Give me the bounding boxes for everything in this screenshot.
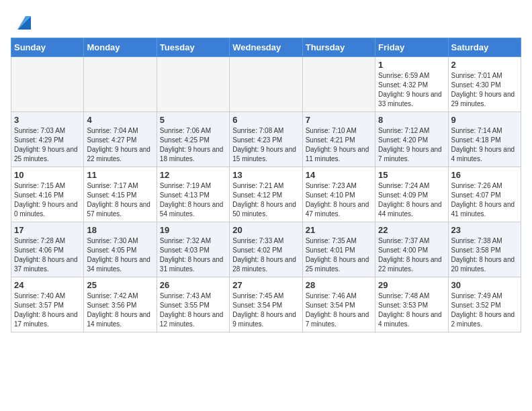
calendar-day-cell: 28Sunrise: 7:46 AM Sunset: 3:54 PM Dayli… [302, 277, 375, 332]
page-header [11, 11, 521, 32]
day-detail: Sunrise: 7:28 AM Sunset: 4:06 PM Dayligh… [14, 236, 81, 274]
day-detail: Sunrise: 7:40 AM Sunset: 3:57 PM Dayligh… [14, 291, 81, 329]
day-number: 26 [160, 280, 226, 290]
calendar-day-cell: 25Sunrise: 7:42 AM Sunset: 3:56 PM Dayli… [84, 277, 157, 332]
calendar-day-cell: 18Sunrise: 7:30 AM Sunset: 4:05 PM Dayli… [84, 222, 157, 277]
day-detail: Sunrise: 7:06 AM Sunset: 4:25 PM Dayligh… [160, 126, 226, 164]
day-number: 25 [87, 280, 153, 290]
day-number: 12 [160, 170, 226, 180]
calendar-day-cell [302, 57, 375, 112]
logo-icon [12, 11, 34, 32]
calendar-week-row: 17Sunrise: 7:28 AM Sunset: 4:06 PM Dayli… [11, 222, 521, 277]
calendar-day-cell [11, 57, 84, 112]
weekday-header: Sunday [11, 38, 84, 57]
calendar-day-cell: 23Sunrise: 7:38 AM Sunset: 3:58 PM Dayli… [448, 222, 521, 277]
day-number: 20 [232, 225, 299, 235]
calendar-day-cell: 30Sunrise: 7:49 AM Sunset: 3:52 PM Dayli… [448, 277, 521, 332]
day-detail: Sunrise: 7:12 AM Sunset: 4:20 PM Dayligh… [378, 126, 445, 164]
calendar-week-row: 3Sunrise: 7:03 AM Sunset: 4:29 PM Daylig… [11, 112, 521, 167]
day-number: 5 [160, 115, 226, 125]
day-number: 8 [378, 115, 445, 125]
weekday-header: Monday [84, 38, 157, 57]
day-detail: Sunrise: 7:33 AM Sunset: 4:02 PM Dayligh… [232, 236, 299, 274]
calendar-day-cell: 4Sunrise: 7:04 AM Sunset: 4:27 PM Daylig… [84, 112, 157, 167]
calendar-day-cell: 11Sunrise: 7:17 AM Sunset: 4:15 PM Dayli… [84, 167, 157, 222]
weekday-header: Friday [375, 38, 448, 57]
calendar-day-cell [157, 57, 229, 112]
day-detail: Sunrise: 7:08 AM Sunset: 4:23 PM Dayligh… [232, 126, 299, 164]
day-number: 3 [14, 115, 81, 125]
day-number: 10 [14, 170, 81, 180]
day-detail: Sunrise: 7:38 AM Sunset: 3:58 PM Dayligh… [451, 236, 518, 274]
calendar-day-cell: 12Sunrise: 7:19 AM Sunset: 4:13 PM Dayli… [157, 167, 229, 222]
weekday-header: Tuesday [157, 38, 229, 57]
day-number: 9 [451, 115, 518, 125]
calendar-day-cell [84, 57, 157, 112]
calendar-day-cell: 14Sunrise: 7:23 AM Sunset: 4:10 PM Dayli… [302, 167, 375, 222]
calendar-day-cell: 16Sunrise: 7:26 AM Sunset: 4:07 PM Dayli… [448, 167, 521, 222]
day-detail: Sunrise: 7:24 AM Sunset: 4:09 PM Dayligh… [378, 181, 445, 219]
day-detail: Sunrise: 7:26 AM Sunset: 4:07 PM Dayligh… [451, 181, 518, 219]
day-detail: Sunrise: 7:14 AM Sunset: 4:18 PM Dayligh… [451, 126, 518, 164]
day-number: 22 [378, 225, 445, 235]
day-detail: Sunrise: 7:49 AM Sunset: 3:52 PM Dayligh… [451, 291, 518, 329]
day-number: 27 [232, 280, 299, 290]
day-number: 18 [87, 225, 153, 235]
day-number: 14 [306, 170, 372, 180]
calendar-body: 1Sunrise: 6:59 AM Sunset: 4:32 PM Daylig… [11, 57, 521, 332]
day-number: 23 [451, 225, 518, 235]
weekday-header: Wednesday [230, 38, 302, 57]
calendar-day-cell: 27Sunrise: 7:45 AM Sunset: 3:54 PM Dayli… [230, 277, 302, 332]
day-number: 24 [14, 280, 81, 290]
day-number: 7 [306, 115, 372, 125]
day-detail: Sunrise: 7:23 AM Sunset: 4:10 PM Dayligh… [306, 181, 372, 219]
calendar-day-cell: 8Sunrise: 7:12 AM Sunset: 4:20 PM Daylig… [375, 112, 448, 167]
calendar-day-cell: 9Sunrise: 7:14 AM Sunset: 4:18 PM Daylig… [448, 112, 521, 167]
day-number: 2 [451, 60, 518, 70]
day-detail: Sunrise: 7:04 AM Sunset: 4:27 PM Dayligh… [87, 126, 153, 164]
day-number: 13 [232, 170, 299, 180]
calendar-day-cell: 22Sunrise: 7:37 AM Sunset: 4:00 PM Dayli… [375, 222, 448, 277]
day-detail: Sunrise: 7:37 AM Sunset: 4:00 PM Dayligh… [378, 236, 445, 274]
calendar-week-row: 24Sunrise: 7:40 AM Sunset: 3:57 PM Dayli… [11, 277, 521, 332]
calendar-header-row: SundayMondayTuesdayWednesdayThursdayFrid… [11, 38, 521, 57]
day-detail: Sunrise: 7:30 AM Sunset: 4:05 PM Dayligh… [87, 236, 153, 274]
calendar-day-cell: 5Sunrise: 7:06 AM Sunset: 4:25 PM Daylig… [157, 112, 229, 167]
day-number: 29 [378, 280, 445, 290]
day-detail: Sunrise: 7:17 AM Sunset: 4:15 PM Dayligh… [87, 181, 153, 219]
calendar-day-cell: 24Sunrise: 7:40 AM Sunset: 3:57 PM Dayli… [11, 277, 84, 332]
calendar-day-cell [230, 57, 302, 112]
weekday-header: Thursday [302, 38, 375, 57]
day-detail: Sunrise: 7:15 AM Sunset: 4:16 PM Dayligh… [14, 181, 81, 219]
calendar-day-cell: 15Sunrise: 7:24 AM Sunset: 4:09 PM Dayli… [375, 167, 448, 222]
calendar-day-cell: 29Sunrise: 7:48 AM Sunset: 3:53 PM Dayli… [375, 277, 448, 332]
day-detail: Sunrise: 7:01 AM Sunset: 4:30 PM Dayligh… [451, 71, 518, 109]
calendar-table: SundayMondayTuesdayWednesdayThursdayFrid… [11, 38, 521, 332]
day-number: 19 [160, 225, 226, 235]
day-detail: Sunrise: 7:46 AM Sunset: 3:54 PM Dayligh… [306, 291, 372, 329]
calendar-day-cell: 10Sunrise: 7:15 AM Sunset: 4:16 PM Dayli… [11, 167, 84, 222]
day-detail: Sunrise: 7:10 AM Sunset: 4:21 PM Dayligh… [306, 126, 372, 164]
day-number: 11 [87, 170, 153, 180]
day-detail: Sunrise: 7:35 AM Sunset: 4:01 PM Dayligh… [306, 236, 372, 274]
calendar-day-cell: 26Sunrise: 7:43 AM Sunset: 3:55 PM Dayli… [157, 277, 229, 332]
calendar-week-row: 1Sunrise: 6:59 AM Sunset: 4:32 PM Daylig… [11, 57, 521, 112]
day-detail: Sunrise: 7:21 AM Sunset: 4:12 PM Dayligh… [232, 181, 299, 219]
calendar-day-cell: 3Sunrise: 7:03 AM Sunset: 4:29 PM Daylig… [11, 112, 84, 167]
day-number: 17 [14, 225, 81, 235]
day-detail: Sunrise: 7:42 AM Sunset: 3:56 PM Dayligh… [87, 291, 153, 329]
calendar-day-cell: 1Sunrise: 6:59 AM Sunset: 4:32 PM Daylig… [375, 57, 448, 112]
day-number: 15 [378, 170, 445, 180]
day-detail: Sunrise: 7:19 AM Sunset: 4:13 PM Dayligh… [160, 181, 226, 219]
calendar-day-cell: 19Sunrise: 7:32 AM Sunset: 4:03 PM Dayli… [157, 222, 229, 277]
weekday-header: Saturday [448, 38, 521, 57]
day-number: 30 [451, 280, 518, 290]
calendar-day-cell: 2Sunrise: 7:01 AM Sunset: 4:30 PM Daylig… [448, 57, 521, 112]
calendar-day-cell: 6Sunrise: 7:08 AM Sunset: 4:23 PM Daylig… [230, 112, 302, 167]
day-number: 21 [306, 225, 372, 235]
day-number: 6 [232, 115, 299, 125]
day-number: 28 [306, 280, 372, 290]
day-detail: Sunrise: 7:43 AM Sunset: 3:55 PM Dayligh… [160, 291, 226, 329]
day-number: 16 [451, 170, 518, 180]
day-number: 1 [378, 60, 445, 70]
